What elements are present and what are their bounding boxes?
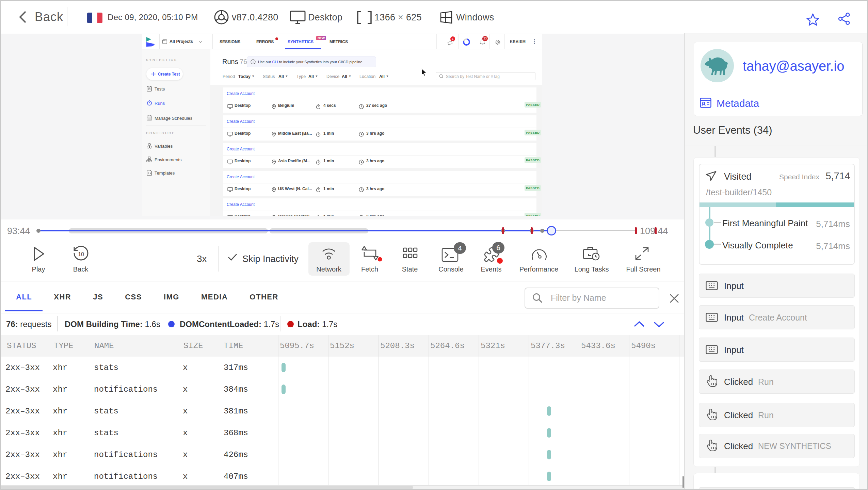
svg-text:10: 10 (78, 251, 84, 257)
